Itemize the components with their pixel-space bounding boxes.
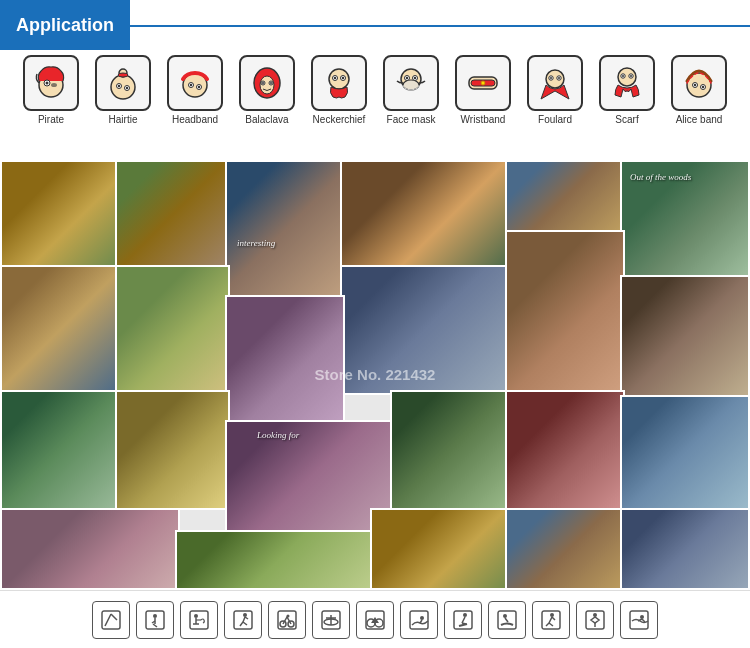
header-banner: Application bbox=[0, 0, 130, 50]
svg-point-55 bbox=[153, 614, 157, 618]
svg-point-91 bbox=[640, 615, 644, 619]
svg-point-78 bbox=[420, 616, 424, 620]
svg-point-19 bbox=[262, 82, 264, 84]
icon-balaclava: Balaclava bbox=[233, 55, 301, 126]
svg-point-48 bbox=[694, 84, 696, 86]
photo-1 bbox=[0, 160, 120, 270]
svg-line-82 bbox=[462, 623, 466, 624]
svg-point-15 bbox=[198, 86, 200, 88]
svg-line-58 bbox=[153, 624, 157, 627]
photo-5 bbox=[505, 160, 625, 235]
activity-jogging bbox=[532, 601, 570, 639]
icon-headband: Headband bbox=[161, 55, 229, 126]
svg-point-65 bbox=[243, 613, 247, 617]
activity-surfing bbox=[400, 601, 438, 639]
svg-point-60 bbox=[194, 614, 198, 618]
photo-10 bbox=[505, 230, 625, 395]
svg-rect-51 bbox=[102, 611, 120, 629]
svg-point-38 bbox=[550, 77, 552, 79]
icon-wristband: Wristband bbox=[449, 55, 517, 126]
photo-collage: Store No. 221432 interesting Out of the … bbox=[0, 160, 750, 588]
icon-aliceband: Alice band bbox=[665, 55, 733, 126]
photo-18 bbox=[620, 395, 750, 510]
activity-climbing bbox=[92, 601, 130, 639]
photo-12 bbox=[225, 295, 345, 425]
svg-point-4 bbox=[111, 75, 135, 99]
photo-7 bbox=[0, 265, 120, 395]
svg-point-50 bbox=[702, 86, 704, 88]
activity-swimming bbox=[620, 601, 658, 639]
activity-snowboarding bbox=[488, 601, 526, 639]
svg-point-3 bbox=[51, 83, 57, 87]
svg-point-24 bbox=[334, 77, 336, 79]
svg-point-45 bbox=[630, 75, 632, 77]
svg-point-21 bbox=[270, 82, 272, 84]
activity-running bbox=[224, 601, 262, 639]
photo-21 bbox=[370, 508, 510, 588]
svg-point-31 bbox=[414, 77, 416, 79]
icon-scarf: Scarf bbox=[593, 55, 661, 126]
activity-kayaking bbox=[312, 601, 350, 639]
svg-line-52 bbox=[105, 614, 111, 626]
photo-13 bbox=[0, 390, 120, 510]
photo-11 bbox=[620, 275, 750, 400]
photo-22 bbox=[505, 508, 625, 588]
svg-point-26 bbox=[342, 77, 344, 79]
svg-rect-77 bbox=[410, 611, 428, 629]
activity-dogwalking bbox=[180, 601, 218, 639]
svg-point-2 bbox=[46, 82, 49, 85]
icon-foulard: Foulard bbox=[521, 55, 589, 126]
photo-4 bbox=[340, 160, 510, 270]
svg-point-6 bbox=[118, 73, 128, 77]
svg-point-22 bbox=[329, 69, 349, 89]
overlay-lookingfor: Looking for bbox=[257, 430, 299, 440]
photo-17 bbox=[505, 390, 625, 510]
svg-point-84 bbox=[503, 614, 507, 618]
svg-point-43 bbox=[622, 75, 624, 77]
svg-line-53 bbox=[111, 614, 117, 620]
svg-point-29 bbox=[406, 77, 408, 79]
overlay-interesting: interesting bbox=[237, 238, 275, 248]
page-title: Application bbox=[16, 15, 114, 36]
photo-16 bbox=[390, 390, 510, 510]
header-line bbox=[130, 25, 750, 27]
activity-cycling bbox=[356, 601, 394, 639]
icon-neckerchief: Neckerchief bbox=[305, 55, 373, 126]
svg-point-81 bbox=[463, 613, 467, 617]
photo-2 bbox=[115, 160, 230, 270]
photo-8 bbox=[115, 265, 230, 395]
activity-skiing bbox=[444, 601, 482, 639]
svg-point-10 bbox=[126, 87, 128, 89]
photo-20 bbox=[175, 530, 375, 588]
activity-hiking bbox=[136, 601, 174, 639]
activity-gymnastics bbox=[576, 601, 614, 639]
photo-6: Out of the woods bbox=[620, 160, 750, 280]
photo-14 bbox=[115, 390, 230, 510]
photo-9 bbox=[340, 265, 510, 395]
svg-point-40 bbox=[558, 77, 560, 79]
application-icons-row: Pirate Hairtie bbox=[0, 55, 750, 126]
svg-point-8 bbox=[118, 85, 120, 87]
svg-point-86 bbox=[550, 613, 554, 617]
photo-19 bbox=[0, 508, 180, 588]
photo-3: interesting bbox=[225, 160, 345, 300]
icon-facemask: Face mask bbox=[377, 55, 445, 126]
icon-hairtie: Hairtie bbox=[89, 55, 157, 126]
svg-point-69 bbox=[287, 614, 290, 617]
icon-pirate: Pirate bbox=[17, 55, 85, 126]
overlay-outofthewoods: Out of the woods bbox=[630, 172, 691, 182]
svg-line-79 bbox=[420, 620, 422, 623]
activity-icons-row bbox=[0, 590, 750, 648]
photo-23 bbox=[620, 508, 750, 588]
activity-cycling-mountain bbox=[268, 601, 306, 639]
svg-point-35 bbox=[481, 81, 485, 85]
svg-point-13 bbox=[190, 84, 192, 86]
